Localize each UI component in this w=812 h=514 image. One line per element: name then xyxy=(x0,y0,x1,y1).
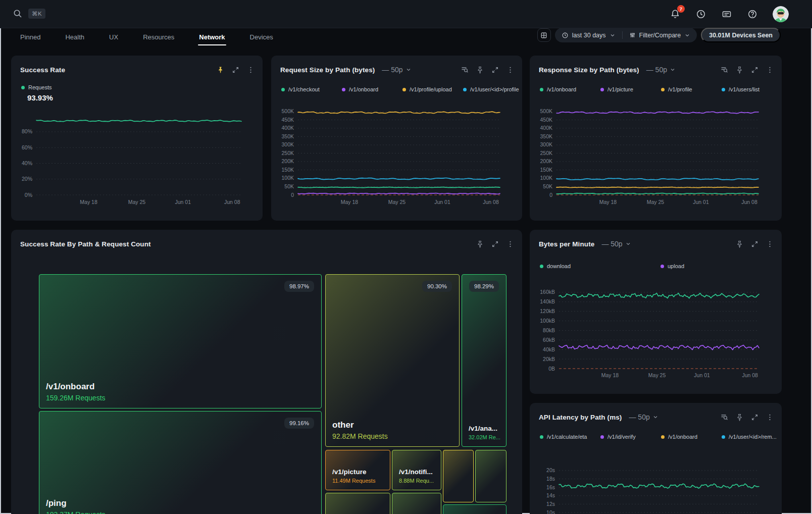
chevron-down-icon xyxy=(610,32,616,38)
legend-item[interactable]: /v1/onboard xyxy=(540,86,600,92)
user-avatar[interactable] xyxy=(773,6,789,22)
treemap-box[interactable] xyxy=(475,450,506,502)
treemap-box-v1-notifi[interactable]: /v1/notifi...8.88M Requ... xyxy=(392,450,441,490)
legend-dot xyxy=(661,435,665,439)
global-search[interactable]: ⌘K xyxy=(12,8,45,19)
tab-pinned[interactable]: Pinned xyxy=(19,28,41,45)
expand-icon[interactable] xyxy=(750,240,758,248)
list-search-icon[interactable] xyxy=(720,66,728,74)
path-label: /ping xyxy=(46,498,106,508)
percentile-dropdown[interactable]: — 50p xyxy=(629,413,658,421)
svg-text:16s: 16s xyxy=(546,484,555,490)
percentile-dropdown[interactable]: — 50p xyxy=(646,66,676,74)
treemap-box[interactable] xyxy=(443,450,474,502)
expand-icon[interactable] xyxy=(231,66,239,74)
svg-text:0B: 0B xyxy=(548,366,555,372)
expand-icon[interactable] xyxy=(491,66,499,74)
legend-dot xyxy=(540,435,543,439)
expand-icon[interactable] xyxy=(750,66,758,74)
svg-text:Jun 08: Jun 08 xyxy=(741,199,757,205)
legend-item[interactable]: /v1/calculate/eta xyxy=(540,434,600,440)
legend-item[interactable]: /v1/users/list xyxy=(722,86,782,92)
panel-title: Response Size by Path (bytes) xyxy=(539,66,639,74)
list-search-icon[interactable] xyxy=(720,413,728,421)
kebab-menu-icon[interactable] xyxy=(766,66,774,74)
panel-title: Bytes per Minute xyxy=(539,240,594,248)
svg-text:50K: 50K xyxy=(543,183,552,189)
svg-text:May 18: May 18 xyxy=(601,372,619,378)
tab-health[interactable]: Health xyxy=(64,28,85,45)
help-icon[interactable] xyxy=(747,9,758,20)
search-icon[interactable] xyxy=(12,8,23,19)
legend-item[interactable]: /v1/profile/upload xyxy=(402,86,463,92)
legend-label: /v1/users/list xyxy=(729,86,759,92)
request-count-label: 11.49M Requests xyxy=(332,478,375,484)
legend-item[interactable]: /v1/user/<id>/profile xyxy=(463,86,522,92)
tab-devices[interactable]: Devices xyxy=(249,28,274,45)
list-search-icon[interactable] xyxy=(461,66,469,74)
legend-label: /v1/profile xyxy=(668,86,692,92)
tab-resources[interactable]: Resources xyxy=(142,28,175,45)
pin-icon[interactable] xyxy=(476,66,484,74)
percentile-dropdown[interactable]: — 50p xyxy=(601,240,631,248)
pin-icon[interactable] xyxy=(476,240,484,248)
treemap-box[interactable] xyxy=(392,493,441,514)
tab-network[interactable]: Network xyxy=(198,28,226,45)
kebab-menu-icon[interactable] xyxy=(506,66,514,74)
svg-text:140kB: 140kB xyxy=(540,298,555,304)
treemap-box[interactable] xyxy=(443,504,506,514)
percentile-label: — 50p xyxy=(629,413,649,421)
treemap-labels: /v1/ana...32.02M Re... xyxy=(469,425,500,440)
legend-item[interactable]: download xyxy=(540,263,661,269)
filter-compare-dropdown[interactable]: Filter/Compare xyxy=(623,32,697,39)
notifications-bell-icon[interactable]: 7 xyxy=(670,9,681,20)
keyboard-icon[interactable] xyxy=(721,9,732,20)
search-shortcut: ⌘K xyxy=(28,9,45,19)
treemap-box-v1-onboard[interactable]: 98.97%/v1/onboard159.26M Requests xyxy=(39,274,322,408)
legend-item[interactable]: upload xyxy=(661,263,781,269)
pin-icon[interactable] xyxy=(735,413,743,421)
legend-label: /v1/onboard xyxy=(547,86,576,92)
svg-text:400K: 400K xyxy=(281,125,294,131)
chart-legend: /v1/onboard/v1/picture/v1/profile/v1/use… xyxy=(540,86,782,92)
percentile-dropdown[interactable]: — 50p xyxy=(382,66,411,74)
svg-text:May 18: May 18 xyxy=(599,199,617,205)
expand-icon[interactable] xyxy=(750,413,758,421)
chevron-down-icon xyxy=(670,67,676,73)
request-count-label: 32.02M Re... xyxy=(469,434,500,440)
legend-item[interactable]: /v1/id/verify xyxy=(600,434,661,440)
svg-text:Jun 01: Jun 01 xyxy=(434,199,450,205)
legend-item[interactable]: /v1/onboard xyxy=(342,86,402,92)
legend-item[interactable]: /v1/checkout xyxy=(281,86,342,92)
treemap-box[interactable] xyxy=(325,493,390,514)
kebab-menu-icon[interactable] xyxy=(506,240,514,248)
svg-text:May 25: May 25 xyxy=(648,372,666,378)
kebab-menu-icon[interactable] xyxy=(246,66,255,74)
treemap-box-v1-picture[interactable]: /v1/picture11.49M Requests xyxy=(325,450,390,490)
pin-icon[interactable] xyxy=(735,66,743,74)
treemap-box-v1-ana[interactable]: 98.29%/v1/ana...32.02M Re... xyxy=(462,274,506,447)
percentile-label: — 50p xyxy=(646,66,667,74)
pin-icon[interactable] xyxy=(216,66,224,74)
layout-grid-button[interactable] xyxy=(537,28,551,42)
kebab-menu-icon[interactable] xyxy=(766,240,774,248)
tab-ux[interactable]: UX xyxy=(108,28,119,45)
legend-item[interactable]: /v1/picture xyxy=(600,86,661,92)
time-range-dropdown[interactable]: last 30 days xyxy=(555,32,622,39)
legend-item[interactable]: /v1/onboard xyxy=(661,434,722,440)
legend-item[interactable]: /v1/user/<id>/rem... xyxy=(722,434,782,440)
svg-text:250K: 250K xyxy=(281,150,294,156)
kebab-menu-icon[interactable] xyxy=(766,413,774,421)
treemap-box-other[interactable]: 90.30%other92.82M Requests xyxy=(325,274,460,447)
pin-icon[interactable] xyxy=(735,240,743,248)
expand-icon[interactable] xyxy=(491,240,499,248)
legend-item[interactable]: /v1/profile xyxy=(661,86,722,92)
svg-text:450K: 450K xyxy=(540,117,552,123)
path-label: other xyxy=(332,420,388,430)
treemap-box-ping[interactable]: 99.16%/ping103.37M Requests xyxy=(39,411,322,514)
devices-seen-button[interactable]: 30.01M Devices Seen xyxy=(701,28,781,42)
panel-success-rate: Success Rate Requests 93.93% 0%20%40%60%… xyxy=(11,56,263,221)
legend-item[interactable]: Requests xyxy=(21,84,52,90)
svg-text:May 25: May 25 xyxy=(647,199,665,205)
clock-history-icon[interactable] xyxy=(695,9,706,20)
